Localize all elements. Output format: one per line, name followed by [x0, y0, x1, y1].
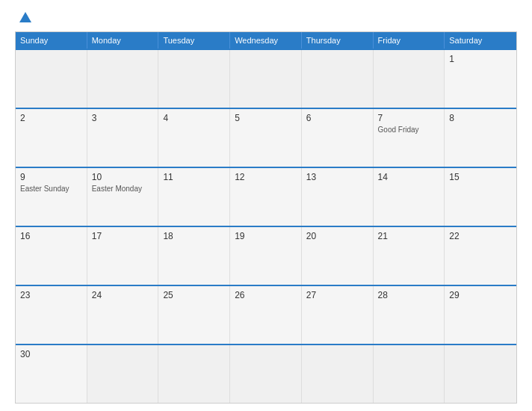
week-row-4: 16171819202122 [16, 226, 516, 285]
holiday-label: Easter Monday [92, 185, 142, 193]
day-number: 9 [20, 172, 82, 182]
cal-cell: 7Good Friday [374, 109, 445, 167]
logo [15, 12, 34, 22]
cal-cell [16, 50, 87, 108]
day-number: 14 [378, 172, 440, 182]
cal-cell: 19 [230, 227, 302, 285]
day-number: 18 [163, 231, 225, 241]
cal-cell [374, 50, 445, 108]
day-number: 6 [306, 113, 368, 123]
day-number: 29 [449, 290, 512, 300]
cal-cell: 18 [158, 227, 230, 285]
day-number: 27 [306, 290, 368, 300]
day-number: 7 [378, 113, 440, 123]
day-number: 13 [306, 172, 368, 182]
cal-cell: 17 [87, 227, 159, 285]
cal-cell [87, 345, 159, 403]
cal-cell: 25 [158, 286, 230, 344]
week-row-2: 234567Good Friday8 [16, 108, 516, 167]
logo-triangle-icon [19, 12, 31, 22]
cal-cell: 12 [230, 168, 302, 226]
weekday-header-row: SundayMondayTuesdayWednesdayThursdayFrid… [16, 32, 516, 49]
cal-cell [230, 345, 302, 403]
cal-cell: 14 [374, 168, 445, 226]
weekday-header-friday: Friday [374, 32, 445, 49]
cal-cell [158, 50, 230, 108]
cal-cell: 28 [374, 286, 445, 344]
calendar: SundayMondayTuesdayWednesdayThursdayFrid… [15, 31, 517, 404]
day-number: 28 [378, 290, 440, 300]
weekday-header-thursday: Thursday [302, 32, 374, 49]
cal-cell: 24 [87, 286, 159, 344]
cal-cell: 9Easter Sunday [16, 168, 87, 226]
weekday-header-sunday: Sunday [16, 32, 87, 49]
day-number: 21 [378, 231, 440, 241]
holiday-label: Easter Sunday [20, 185, 69, 193]
day-number: 12 [235, 172, 297, 182]
cal-cell [158, 345, 230, 403]
cal-cell [87, 50, 159, 108]
day-number: 11 [163, 172, 225, 182]
day-number: 1 [449, 54, 512, 64]
day-number: 23 [20, 290, 82, 300]
day-number: 17 [92, 231, 154, 241]
calendar-page: SundayMondayTuesdayWednesdayThursdayFrid… [0, 0, 532, 411]
cal-cell [302, 345, 374, 403]
week-row-5: 23242526272829 [16, 285, 516, 344]
week-row-1: 1 [16, 49, 516, 108]
day-number: 22 [449, 231, 512, 241]
cal-cell: 21 [374, 227, 445, 285]
day-number: 26 [235, 290, 297, 300]
cal-cell: 2 [16, 109, 87, 167]
day-number: 25 [163, 290, 225, 300]
day-number: 10 [92, 172, 154, 182]
day-number: 4 [163, 113, 225, 123]
cal-cell: 10Easter Monday [87, 168, 159, 226]
weekday-header-tuesday: Tuesday [158, 32, 230, 49]
cal-cell: 26 [230, 286, 302, 344]
cal-cell: 5 [230, 109, 302, 167]
cal-cell: 13 [302, 168, 374, 226]
calendar-body: 1234567Good Friday89Easter Sunday10Easte… [16, 49, 516, 403]
cal-cell: 4 [158, 109, 230, 167]
cal-cell: 3 [87, 109, 159, 167]
weekday-header-monday: Monday [87, 32, 159, 49]
weekday-header-wednesday: Wednesday [230, 32, 302, 49]
holiday-label: Good Friday [378, 126, 419, 134]
cal-cell: 1 [445, 50, 516, 108]
day-number: 5 [235, 113, 297, 123]
cal-cell: 23 [16, 286, 87, 344]
cal-cell: 22 [445, 227, 516, 285]
cal-cell [230, 50, 302, 108]
day-number: 3 [92, 113, 154, 123]
cal-cell: 16 [16, 227, 87, 285]
header [15, 12, 517, 22]
cal-cell [302, 50, 374, 108]
day-number: 8 [449, 113, 512, 123]
weekday-header-saturday: Saturday [445, 32, 516, 49]
week-row-3: 9Easter Sunday10Easter Monday1112131415 [16, 167, 516, 226]
day-number: 16 [20, 231, 82, 241]
cal-cell [445, 345, 516, 403]
day-number: 20 [306, 231, 368, 241]
day-number: 15 [449, 172, 512, 182]
day-number: 2 [20, 113, 82, 123]
cal-cell: 11 [158, 168, 230, 226]
cal-cell: 30 [16, 345, 87, 403]
week-row-6: 30 [16, 344, 516, 403]
cal-cell [374, 345, 445, 403]
cal-cell: 20 [302, 227, 374, 285]
day-number: 24 [92, 290, 154, 300]
cal-cell: 15 [445, 168, 516, 226]
cal-cell: 8 [445, 109, 516, 167]
day-number: 19 [235, 231, 297, 241]
day-number: 30 [20, 349, 82, 359]
cal-cell: 29 [445, 286, 516, 344]
cal-cell: 6 [302, 109, 374, 167]
cal-cell: 27 [302, 286, 374, 344]
